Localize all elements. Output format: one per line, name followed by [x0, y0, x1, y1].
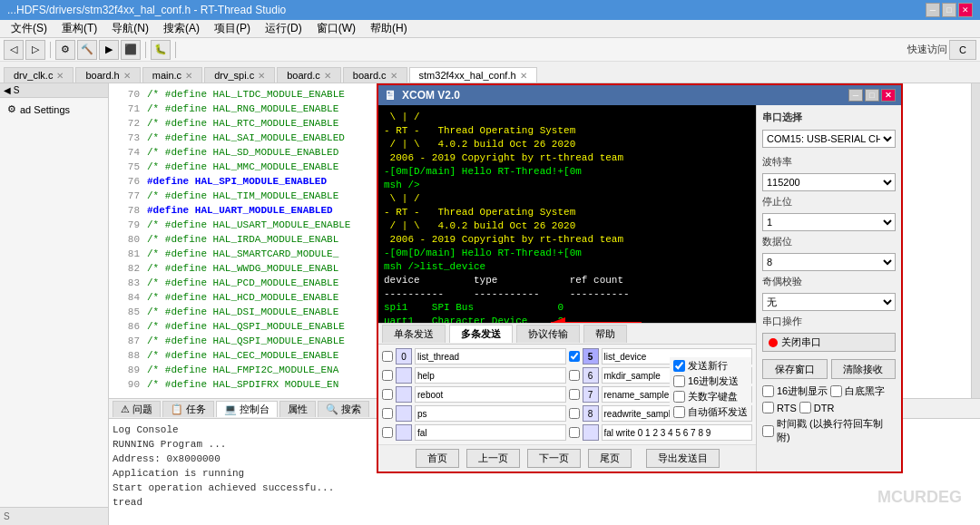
hex-display-cb[interactable]: [762, 385, 774, 397]
toolbar-btn-2[interactable]: ▷: [25, 40, 45, 60]
tab-drv-clk[interactable]: drv_clk.c ✕: [4, 67, 74, 83]
tab-close-icon[interactable]: ✕: [56, 71, 64, 81]
cmd-cb-3[interactable]: [569, 370, 580, 381]
toolbar-btn-5[interactable]: ▶: [99, 40, 119, 60]
cmd-num-6[interactable]: [396, 405, 412, 422]
cmd-cb-2[interactable]: [382, 370, 393, 381]
editor-scrollbar[interactable]: [971, 83, 980, 398]
xcom-minimize-btn[interactable]: ─: [848, 89, 863, 102]
menu-navigate[interactable]: 导航(N): [104, 20, 156, 37]
cmd-num-1[interactable]: 5: [583, 348, 599, 365]
tab-close-icon[interactable]: ✕: [258, 71, 265, 81]
cmd-num-2[interactable]: [396, 367, 412, 384]
baud-select[interactable]: 115200: [762, 173, 896, 191]
cmd-cb-8[interactable]: [382, 427, 393, 438]
xcom-maximize-btn[interactable]: □: [865, 89, 879, 102]
cmd-input-2[interactable]: [415, 367, 566, 384]
tab-board-c1[interactable]: board.c ✕: [277, 67, 341, 83]
port-select-dropdown[interactable]: COM15: USB-SERIAL CH34: [762, 130, 896, 148]
cmd-num-4[interactable]: [396, 386, 412, 403]
menu-help[interactable]: 帮助(H): [363, 20, 415, 37]
xcom-tab-single[interactable]: 单条发送: [382, 325, 446, 343]
tab-board-h[interactable]: board.h ✕: [75, 67, 140, 83]
port-toggle-btn[interactable]: 关闭串口: [762, 333, 896, 352]
stop-select[interactable]: 1: [762, 213, 896, 231]
hex-send-cb[interactable]: [673, 375, 685, 387]
tab-close-icon[interactable]: ✕: [390, 71, 397, 81]
quick-access-label: 快速访问: [907, 43, 947, 56]
toolbar-btn-7[interactable]: 🐛: [151, 40, 171, 60]
xcom-close-btn[interactable]: ✕: [881, 89, 896, 102]
export-btn[interactable]: 导出发送目: [646, 449, 720, 468]
cmd-num-3[interactable]: 6: [583, 367, 599, 384]
cmd-cb-7[interactable]: [569, 408, 580, 419]
tab-problems[interactable]: ⚠问题: [113, 401, 161, 417]
timestamp-cb[interactable]: [762, 425, 774, 437]
data-select[interactable]: 8: [762, 253, 896, 271]
toolbar-btn-c[interactable]: C: [949, 40, 976, 60]
nav-next-btn[interactable]: 下一页: [527, 449, 581, 468]
parity-select[interactable]: 无: [762, 293, 896, 311]
cmd-input-0[interactable]: [415, 348, 566, 365]
xcom-title-label: XCOM V2.0: [402, 89, 460, 102]
tab-console[interactable]: 💻控制台: [216, 401, 278, 417]
close-numpad-cb[interactable]: [673, 391, 685, 403]
tab-properties[interactable]: 属性: [279, 401, 316, 417]
clear-receive-btn[interactable]: 清除接收: [831, 359, 897, 379]
xcom-tab-protocol[interactable]: 协议传输: [516, 325, 580, 343]
cmd-num-7[interactable]: 8: [583, 405, 599, 422]
sidebar-collapse-btn[interactable]: ◀ S: [4, 85, 19, 95]
minimize-button[interactable]: ─: [926, 3, 940, 17]
nav-last-btn[interactable]: 尾页: [588, 449, 632, 468]
tab-close-icon[interactable]: ✕: [123, 71, 131, 81]
tab-search[interactable]: 🔍搜索: [318, 401, 369, 417]
cmd-cb-5[interactable]: [569, 389, 580, 400]
cmd-cb-6[interactable]: [382, 408, 393, 419]
maximize-button[interactable]: □: [942, 3, 956, 17]
xcom-tab-multi[interactable]: 多条发送: [449, 325, 513, 343]
cmd-num-5[interactable]: 7: [583, 386, 599, 403]
toolbar-btn-1[interactable]: ◁: [4, 40, 24, 60]
nav-first-btn[interactable]: 首页: [416, 449, 459, 468]
cmd-cb-1[interactable]: [569, 351, 580, 362]
cmd-input-4[interactable]: [415, 386, 566, 403]
cmd-input-8[interactable]: [415, 424, 566, 441]
menu-search[interactable]: 搜索(A): [156, 20, 207, 37]
tab-close-icon[interactable]: ✕: [185, 71, 192, 81]
tab-hal-conf[interactable]: stm32f4xx_hal_conf.h ✕: [409, 67, 537, 83]
cmd-cb-4[interactable]: [382, 389, 393, 400]
dtr-cb[interactable]: [799, 402, 811, 413]
sidebar-item-settings[interactable]: ⚙ad Settings: [4, 102, 104, 117]
cmd-input-9[interactable]: [602, 424, 753, 441]
white-bg-cb[interactable]: [830, 385, 842, 397]
send-newline-cb[interactable]: [673, 360, 685, 372]
cmd-cb-0[interactable]: [382, 351, 393, 362]
close-button[interactable]: ✕: [958, 3, 973, 17]
cmd-cb-9[interactable]: [569, 427, 580, 438]
tab-main-c[interactable]: main.c ✕: [142, 67, 202, 83]
menu-window[interactable]: 窗口(W): [309, 20, 363, 37]
tab-tasks[interactable]: 📋任务: [162, 401, 214, 417]
tab-close-icon[interactable]: ✕: [324, 71, 331, 81]
cmd-num-0[interactable]: 0: [396, 348, 412, 365]
cmd-input-6[interactable]: [415, 405, 566, 422]
term-line: device type ref count: [384, 274, 750, 287]
toolbar-btn-4[interactable]: 🔨: [77, 40, 97, 60]
nav-prev-btn[interactable]: 上一页: [466, 449, 520, 468]
auto-loop-cb[interactable]: [673, 406, 685, 418]
rts-cb[interactable]: [762, 402, 774, 413]
menu-project[interactable]: 项目(P): [207, 20, 258, 37]
tab-board-c2[interactable]: board.c ✕: [343, 67, 407, 83]
cmd-num-8[interactable]: [396, 424, 412, 441]
tab-close-icon[interactable]: ✕: [520, 71, 527, 81]
menu-run[interactable]: 运行(D): [258, 20, 309, 37]
toolbar-btn-3[interactable]: ⚙: [55, 40, 75, 60]
terminal[interactable]: \ | / - RT - Thread Operating System / |…: [378, 105, 756, 323]
tab-drv-spi[interactable]: drv_spi.c ✕: [204, 67, 275, 83]
menu-refactor[interactable]: 重构(T): [54, 20, 104, 37]
xcom-tab-help[interactable]: 帮助: [583, 325, 627, 343]
save-window-btn[interactable]: 保存窗口: [762, 359, 828, 379]
cmd-num-9[interactable]: [583, 424, 599, 441]
menu-file[interactable]: 文件(S): [4, 20, 54, 37]
toolbar-btn-6[interactable]: ⬛: [121, 40, 141, 60]
